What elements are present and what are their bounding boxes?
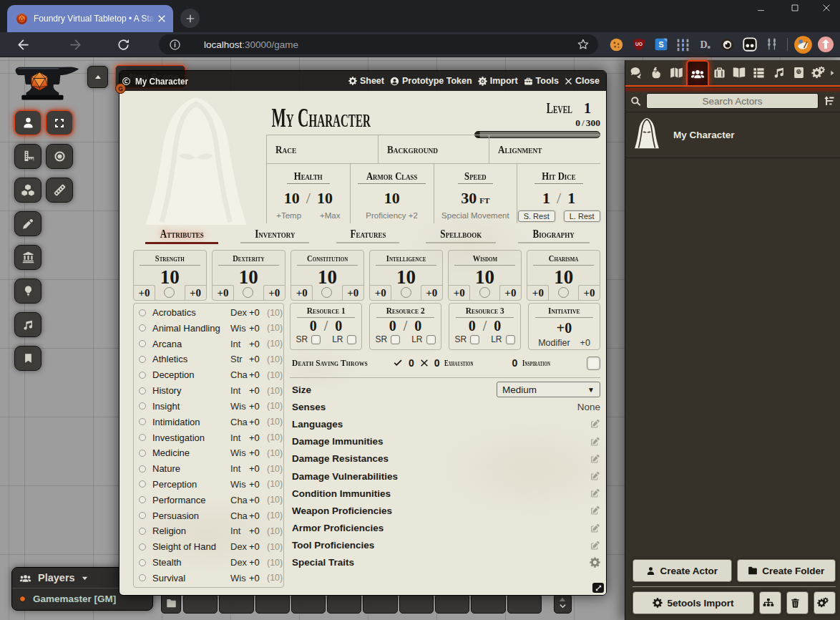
hp-temp-label[interactable]: +Temp bbox=[276, 211, 301, 220]
hotbar-slot[interactable] bbox=[183, 594, 218, 614]
skill-proficiency-toggle[interactable] bbox=[139, 340, 146, 347]
initiative-box[interactable]: Initiative +0 Modifier+0 bbox=[528, 303, 600, 350]
skill-proficiency-toggle[interactable] bbox=[139, 480, 146, 488]
detail-field[interactable]: Race bbox=[266, 135, 378, 163]
health-stat[interactable]: Health 10/10 +Temp+Max bbox=[266, 164, 350, 223]
skill-proficiency-toggle[interactable] bbox=[139, 309, 146, 316]
extension-eye-icon[interactable] bbox=[716, 35, 738, 54]
prototype-token-button[interactable]: Prototype Token bbox=[390, 76, 472, 86]
skill-row[interactable]: Animal Handling Wis +0 (10) bbox=[139, 321, 281, 336]
skill-row[interactable]: Athletics Str +0 (10) bbox=[139, 352, 281, 367]
armor-class-stat[interactable]: Armor Class 10 Proficiency +2 bbox=[350, 164, 434, 223]
hotbar-slot[interactable] bbox=[327, 594, 361, 614]
extension-d-icon[interactable]: D bbox=[694, 35, 716, 54]
ability-save-mod[interactable]: +0 bbox=[527, 285, 549, 300]
sheet-tab[interactable]: Features bbox=[321, 227, 414, 248]
hp-max[interactable]: 10 bbox=[317, 189, 333, 208]
import-5etools-button[interactable]: 5etools Import bbox=[633, 591, 754, 614]
tab-journal[interactable] bbox=[729, 60, 749, 85]
ability-check-mod[interactable]: +0 bbox=[263, 285, 285, 300]
ability-proficiency-toggle[interactable] bbox=[479, 287, 490, 298]
skill-proficiency-toggle[interactable] bbox=[139, 574, 146, 581]
sheet-tab[interactable]: Inventory bbox=[228, 227, 321, 248]
skill-proficiency-toggle[interactable] bbox=[139, 356, 146, 363]
skill-row[interactable]: Intimidation Cha +0 (10) bbox=[139, 415, 281, 430]
skill-name[interactable]: Animal Handling bbox=[152, 323, 230, 334]
actor-thumbnail[interactable] bbox=[634, 117, 663, 155]
tool-sound-controls[interactable] bbox=[14, 312, 41, 337]
ability-check-mod[interactable]: +0 bbox=[578, 285, 600, 300]
close-window-button[interactable]: Close bbox=[565, 76, 600, 86]
browser-update-button[interactable] bbox=[814, 35, 836, 54]
resource-max[interactable]: 0 bbox=[494, 318, 501, 334]
long-rest-checkbox[interactable] bbox=[506, 335, 515, 344]
ability-save-mod[interactable]: +0 bbox=[449, 285, 470, 300]
long-rest-checkbox[interactable] bbox=[426, 335, 436, 344]
ability-block[interactable]: Intelligence 10 +0 +0 bbox=[369, 250, 443, 301]
ability-proficiency-toggle[interactable] bbox=[321, 287, 332, 298]
skill-row[interactable]: Stealth Dex +0 (10) bbox=[139, 555, 281, 570]
hotbar-slot[interactable] bbox=[507, 594, 542, 614]
sheet-tab[interactable]: Spellbook bbox=[414, 227, 507, 248]
skill-name[interactable]: Survival bbox=[152, 573, 230, 583]
profile-avatar[interactable] bbox=[792, 35, 814, 54]
edit-trait-icon[interactable] bbox=[590, 488, 600, 498]
ability-check-mod[interactable]: +0 bbox=[421, 285, 442, 300]
skill-proficiency-toggle[interactable] bbox=[139, 402, 146, 410]
initiative-value[interactable]: +0 bbox=[529, 320, 600, 336]
skill-row[interactable]: Performance Cha +0 (10) bbox=[139, 493, 281, 508]
skill-row[interactable]: Medicine Wis +0 (10) bbox=[139, 445, 281, 460]
ability-proficiency-toggle[interactable] bbox=[558, 287, 569, 298]
ability-check-mod[interactable]: +0 bbox=[499, 285, 521, 300]
address-bar[interactable]: localhost:30000/game bbox=[159, 34, 598, 54]
ability-save-mod[interactable]: +0 bbox=[134, 285, 155, 300]
skill-proficiency-toggle[interactable] bbox=[139, 387, 146, 394]
skill-name[interactable]: Acrobatics bbox=[152, 307, 230, 318]
tool-lighting-controls[interactable] bbox=[14, 278, 41, 304]
resource-box[interactable]: Resource 3 0/0 SRLR bbox=[449, 303, 521, 350]
browser-tab[interactable]: Foundry Virtual Tabletop • A Stan bbox=[7, 5, 173, 32]
window-resize-handle[interactable] bbox=[592, 583, 604, 593]
extension-s-icon[interactable]: S bbox=[650, 35, 672, 54]
create-folder-button[interactable]: Create Folder bbox=[737, 559, 836, 582]
exhaustion-value[interactable]: 0 bbox=[512, 357, 518, 369]
ability-block[interactable]: Strength 10 +0 +0 bbox=[133, 250, 207, 301]
speed-stat[interactable]: Speed 30ft Special Movement bbox=[434, 164, 517, 223]
tool-drawing-controls[interactable] bbox=[14, 211, 41, 236]
folder-tree-button[interactable] bbox=[759, 591, 781, 614]
macro-folder-button[interactable] bbox=[161, 593, 181, 614]
skill-proficiency-toggle[interactable] bbox=[139, 372, 146, 379]
hotbar-slot[interactable] bbox=[255, 594, 290, 614]
skill-row[interactable]: Acrobatics Dex +0 (10) bbox=[139, 305, 281, 320]
skill-proficiency-toggle[interactable] bbox=[139, 496, 146, 503]
tool-wall-controls[interactable] bbox=[14, 245, 41, 270]
skill-name[interactable]: Deception bbox=[152, 369, 230, 380]
tools-button[interactable]: Tools bbox=[524, 76, 559, 86]
back-button[interactable] bbox=[11, 34, 33, 54]
ability-check-mod[interactable]: +0 bbox=[342, 285, 363, 300]
character-portrait[interactable] bbox=[125, 97, 266, 223]
ac-value[interactable]: 10 bbox=[384, 189, 400, 208]
ability-proficiency-toggle[interactable] bbox=[164, 287, 175, 298]
short-rest-checkbox[interactable] bbox=[470, 335, 479, 344]
skill-name[interactable]: Persuasion bbox=[152, 510, 230, 521]
inspiration-checkbox[interactable] bbox=[587, 357, 600, 370]
edit-trait-icon[interactable] bbox=[590, 505, 600, 515]
tool-tile-controls[interactable] bbox=[14, 178, 41, 203]
skill-row[interactable]: Investigation Int +0 (10) bbox=[139, 430, 281, 445]
hotbar-slot[interactable] bbox=[399, 594, 434, 614]
ability-block[interactable]: Dexterity 10 +0 +0 bbox=[212, 250, 285, 301]
skill-proficiency-toggle[interactable] bbox=[139, 434, 146, 441]
skill-proficiency-toggle[interactable] bbox=[139, 543, 146, 551]
tab-playlists[interactable] bbox=[769, 60, 789, 85]
edit-trait-icon[interactable] bbox=[590, 437, 600, 447]
configure-traits-icon[interactable] bbox=[590, 557, 600, 568]
skill-row[interactable]: Persuasion Cha +0 (10) bbox=[139, 508, 281, 523]
ability-block[interactable]: Wisdom 10 +0 +0 bbox=[448, 250, 522, 301]
search-input[interactable]: Search Actors bbox=[646, 93, 819, 109]
tab-settings[interactable] bbox=[809, 60, 829, 85]
hotbar-slot[interactable] bbox=[219, 594, 253, 614]
ability-save-mod[interactable]: +0 bbox=[291, 285, 313, 300]
skill-row[interactable]: Insight Wis +0 (10) bbox=[139, 399, 281, 414]
hotbar-page-control[interactable] bbox=[554, 594, 572, 614]
